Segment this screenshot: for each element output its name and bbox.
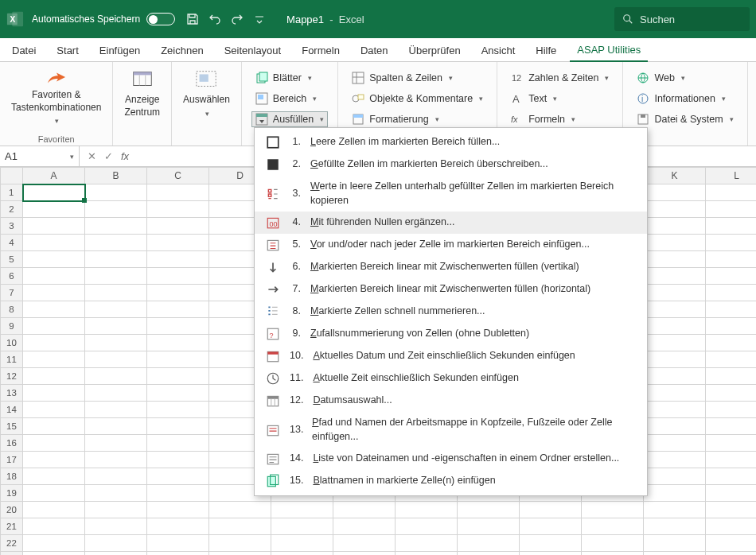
- cell[interactable]: [85, 468, 147, 485]
- cell[interactable]: [85, 351, 147, 368]
- cell[interactable]: [147, 268, 209, 285]
- cell[interactable]: [147, 535, 209, 552]
- cell[interactable]: [23, 218, 85, 235]
- cell[interactable]: [520, 502, 582, 518]
- cell[interactable]: [147, 418, 209, 435]
- cell[interactable]: [85, 402, 147, 418]
- row-header[interactable]: 5: [1, 251, 23, 268]
- menu-item-11[interactable]: 11.Aktuelle Zeit einschließlich Sekunden…: [255, 367, 647, 390]
- cell[interactable]: [520, 535, 582, 552]
- row-header[interactable]: 2: [1, 201, 23, 218]
- cell[interactable]: [271, 518, 333, 535]
- row-header[interactable]: 1: [1, 184, 23, 201]
- ribbon-cmd-web[interactable]: Web▾: [633, 70, 737, 86]
- cell[interactable]: [23, 402, 85, 418]
- row-header[interactable]: 21: [1, 518, 23, 535]
- save-icon[interactable]: [186, 13, 199, 25]
- cell[interactable]: [458, 502, 520, 518]
- cell[interactable]: [147, 201, 209, 218]
- ribbon-cmd-formatierung[interactable]: Formatierung▾: [348, 111, 487, 127]
- cell[interactable]: [85, 385, 147, 402]
- cell[interactable]: [23, 452, 85, 468]
- cell[interactable]: [706, 552, 757, 556]
- cell[interactable]: [644, 452, 706, 468]
- column-header[interactable]: C: [147, 168, 209, 184]
- cell[interactable]: [706, 435, 757, 452]
- cell[interactable]: [396, 518, 458, 535]
- cell[interactable]: [706, 452, 757, 468]
- menu-item-14[interactable]: 14.Liste von Dateinamen und -eigenschaft…: [255, 448, 647, 470]
- cell[interactable]: [271, 535, 333, 552]
- column-header[interactable]: A: [23, 168, 85, 184]
- ribbon-cmd-spalten-zeilen[interactable]: Spalten & Zeilen▾: [348, 70, 487, 86]
- cell[interactable]: [85, 301, 147, 318]
- menu-item-13[interactable]: 13.Pfad und Namen der Arbeitsmappe in Ko…: [255, 412, 647, 448]
- cell[interactable]: [706, 201, 757, 218]
- cell[interactable]: [85, 435, 147, 452]
- cell[interactable]: [23, 535, 85, 552]
- cell[interactable]: [85, 201, 147, 218]
- row-header[interactable]: 8: [1, 301, 23, 318]
- cell[interactable]: [147, 235, 209, 251]
- cell[interactable]: [271, 502, 333, 518]
- select-all-corner[interactable]: [1, 168, 23, 184]
- tab-hilfe[interactable]: Hilfe: [528, 41, 563, 61]
- row-header[interactable]: 9: [1, 318, 23, 335]
- menu-item-8[interactable]: 8.Markierte Zellen schnell nummerieren..…: [255, 301, 647, 323]
- cell[interactable]: [706, 268, 757, 285]
- tab-überprüfen[interactable]: Überprüfen: [402, 41, 468, 61]
- cell[interactable]: [23, 201, 85, 218]
- cell[interactable]: [147, 368, 209, 385]
- cell[interactable]: [706, 385, 757, 402]
- menu-item-12[interactable]: 12.Datumsauswahl...: [255, 390, 647, 412]
- redo-icon[interactable]: [231, 13, 244, 25]
- cell[interactable]: [644, 418, 706, 435]
- menu-item-6[interactable]: 6.Markierten Bereich linear mit Zwischen…: [255, 256, 647, 278]
- cell[interactable]: [706, 351, 757, 368]
- cell[interactable]: [85, 518, 147, 535]
- ribbon-cmd-text[interactable]: AText▾: [507, 91, 613, 107]
- menu-item-1[interactable]: 1.Leere Zellen im markierten Bereich fül…: [255, 131, 647, 153]
- cell[interactable]: [85, 268, 147, 285]
- cell[interactable]: [23, 485, 85, 502]
- cell[interactable]: [706, 402, 757, 418]
- cell[interactable]: [147, 468, 209, 485]
- row-header[interactable]: 3: [1, 218, 23, 235]
- cell[interactable]: [706, 251, 757, 268]
- cell[interactable]: [333, 518, 396, 535]
- menu-item-15[interactable]: 15.Blattnamen in markierte Zelle(n) einf…: [255, 470, 647, 492]
- cell[interactable]: [706, 318, 757, 335]
- ribbon-cmd-informationen[interactable]: iInformationen▾: [633, 91, 737, 107]
- cell[interactable]: [209, 535, 271, 552]
- menu-item-7[interactable]: 7.Markierten Bereich linear mit Zwischen…: [255, 278, 647, 301]
- cell[interactable]: [520, 518, 582, 535]
- cell[interactable]: [85, 502, 147, 518]
- cell[interactable]: [85, 485, 147, 502]
- cell[interactable]: [706, 485, 757, 502]
- tab-ansicht[interactable]: Ansicht: [474, 41, 523, 61]
- cell[interactable]: [644, 552, 706, 556]
- cell[interactable]: [706, 301, 757, 318]
- cell[interactable]: [644, 435, 706, 452]
- cell[interactable]: [23, 385, 85, 402]
- cell[interactable]: [644, 301, 706, 318]
- cell[interactable]: [706, 468, 757, 485]
- menu-item-10[interactable]: 10.Aktuelles Datum und Zeit einschließli…: [255, 345, 647, 367]
- menu-item-9[interactable]: ?9.Zufallsnummerierung von Zellen (ohne …: [255, 323, 647, 345]
- cell[interactable]: [23, 552, 85, 556]
- cell[interactable]: [23, 318, 85, 335]
- row-header[interactable]: 16: [1, 435, 23, 452]
- cell[interactable]: [333, 552, 396, 556]
- ribbon-cmd-formeln[interactable]: fxFormeln▾: [507, 111, 613, 127]
- cell[interactable]: [147, 285, 209, 301]
- undo-icon[interactable]: [208, 13, 221, 25]
- tab-daten[interactable]: Daten: [353, 41, 396, 61]
- tab-einfügen[interactable]: Einfügen: [92, 41, 147, 61]
- cell[interactable]: [85, 318, 147, 335]
- cell[interactable]: [85, 251, 147, 268]
- row-header[interactable]: 18: [1, 468, 23, 485]
- tab-datei[interactable]: Datei: [5, 41, 43, 61]
- cell[interactable]: [644, 335, 706, 351]
- cell[interactable]: [23, 351, 85, 368]
- cancel-icon[interactable]: ✕: [88, 150, 96, 162]
